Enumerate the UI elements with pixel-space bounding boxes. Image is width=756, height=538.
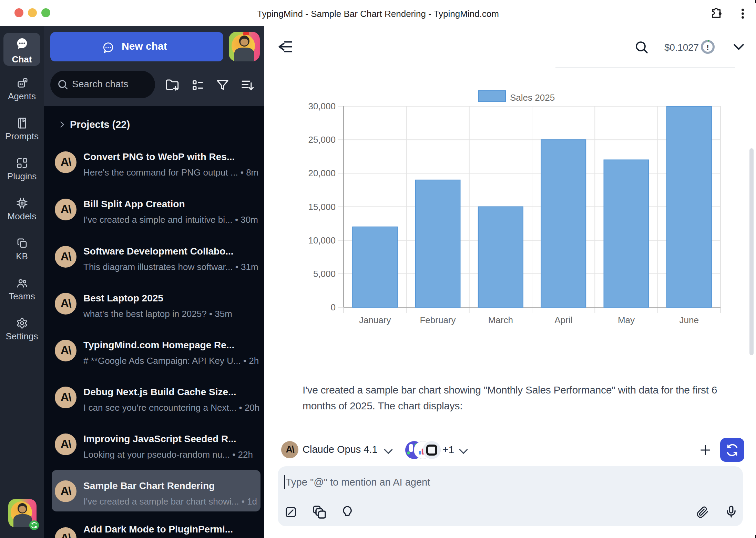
svg-text:February: February	[420, 315, 456, 325]
svg-text:30,000: 30,000	[308, 101, 336, 111]
svg-text:15,000: 15,000	[308, 202, 336, 212]
svg-text:January: January	[359, 315, 391, 325]
svg-text:June: June	[680, 315, 699, 325]
svg-text:20,000: 20,000	[308, 168, 336, 178]
svg-text:May: May	[618, 315, 635, 325]
svg-text:10,000: 10,000	[308, 235, 336, 246]
svg-text:5,000: 5,000	[313, 269, 336, 279]
svg-text:0: 0	[331, 302, 336, 312]
svg-text:25,000: 25,000	[308, 134, 336, 145]
svg-text:April: April	[554, 315, 572, 325]
svg-text:March: March	[488, 315, 513, 325]
svg-text:Sales 2025: Sales 2025	[510, 92, 555, 103]
